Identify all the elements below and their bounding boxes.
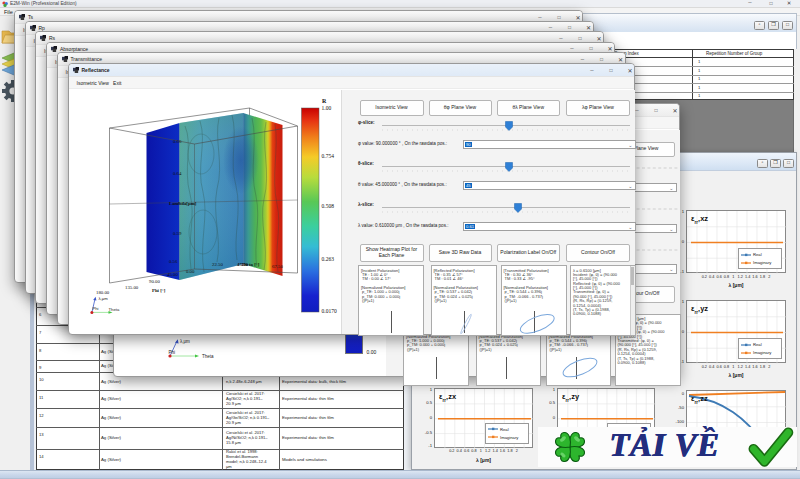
svg-text:0.754: 0.754: [321, 153, 334, 159]
svg-text:0.59: 0.59: [173, 231, 182, 236]
svg-text:Phi: Phi: [168, 350, 175, 355]
svg-text:22.50: 22.50: [212, 262, 223, 267]
svg-text:67.50: 67.50: [272, 264, 283, 269]
svg-text:Phi: Phi: [92, 306, 98, 311]
svg-text:Theta: Theta: [108, 307, 119, 312]
svg-text:0.66: 0.66: [173, 139, 182, 144]
svg-text:1.00: 1.00: [321, 105, 331, 111]
svg-text:Theta: Theta: [202, 354, 214, 359]
svg-text:0.64: 0.64: [173, 171, 182, 176]
svg-text:Theta [°]: Theta [°]: [241, 262, 260, 267]
svg-text:λ,μm: λ,μm: [180, 339, 190, 344]
svg-text:0.508: 0.508: [321, 203, 334, 209]
svg-text:0.263: 0.263: [321, 256, 334, 262]
svg-text:90.00: 90.00: [149, 279, 160, 284]
svg-text:0.00: 0.00: [186, 269, 195, 274]
svg-text:R: R: [322, 98, 327, 104]
svg-text:180.00: 180.00: [96, 290, 110, 295]
svg-text:Phi [°]: Phi [°]: [152, 288, 166, 293]
svg-text:135.00: 135.00: [125, 285, 139, 290]
svg-text:45.00: 45.00: [167, 272, 178, 277]
svg-text:Lambda[μm]: Lambda[μm]: [169, 201, 197, 206]
svg-text:λ,μm: λ,μm: [98, 296, 108, 301]
svg-text:0.0170: 0.0170: [321, 308, 336, 314]
svg-text:0.56: 0.56: [169, 259, 178, 264]
